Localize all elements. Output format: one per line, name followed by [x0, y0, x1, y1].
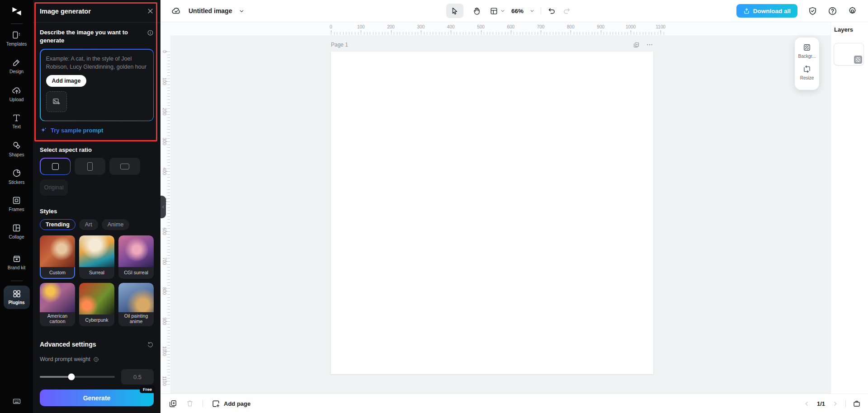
sidebar-item-text[interactable]: Text: [2, 108, 31, 135]
sidebar-item-plugins[interactable]: Plugins: [4, 286, 30, 309]
weight-value-input[interactable]: 0.5: [121, 369, 154, 385]
h-ruler-label: 100: [357, 24, 365, 29]
aspect-ratio-original-button[interactable]: Original: [40, 179, 68, 196]
weight-slider[interactable]: [40, 376, 115, 378]
download-all-button[interactable]: Download all: [736, 4, 797, 18]
prompt-textarea[interactable]: Example: A cat, in the style of Joel Rob…: [41, 50, 153, 121]
redo-icon: [562, 7, 571, 15]
resize-tool-button[interactable]: Resize: [800, 65, 814, 80]
add-image-tile[interactable]: [46, 91, 67, 112]
landscape-ratio-icon: [120, 164, 129, 169]
style-card-label: Cyberpunk: [79, 314, 114, 326]
aspect-ratio-landscape[interactable]: [109, 158, 140, 175]
h-ruler-label: 900: [597, 24, 604, 29]
image-generator-panel: Image generator Describe the image you w…: [33, 0, 160, 413]
prev-page-icon[interactable]: [803, 400, 810, 407]
undo-button[interactable]: [547, 7, 556, 15]
select-tool-button[interactable]: [446, 4, 463, 18]
aspect-ratio-portrait[interactable]: [75, 158, 105, 175]
duplicate-page-button[interactable]: [169, 399, 177, 408]
settings-gear-icon[interactable]: [848, 6, 857, 16]
sidebar-item-label: Plugins: [8, 300, 24, 305]
aspect-ratio-square[interactable]: [40, 158, 71, 175]
document-title[interactable]: Untitled image: [189, 7, 232, 14]
reset-icon[interactable]: [147, 341, 154, 348]
style-card-american-cartoon[interactable]: American cartoon: [40, 283, 75, 326]
redo-button[interactable]: [562, 7, 571, 15]
try-sample-prompt-link[interactable]: Try sample prompt: [40, 127, 154, 134]
background-tool-button[interactable]: Backgr...: [798, 43, 816, 59]
styles-tab-trending[interactable]: Trending: [40, 219, 75, 230]
styles-heading: Styles: [40, 208, 154, 215]
panel-collapse-handle[interactable]: [160, 196, 166, 218]
styles-tab-art[interactable]: Art: [79, 219, 98, 230]
info-icon[interactable]: [93, 357, 99, 362]
style-card-oil-painting-anime[interactable]: Oil painting anime: [118, 283, 154, 326]
chevron-down-icon[interactable]: [239, 9, 244, 14]
resize-icon: [802, 65, 811, 74]
aspect-ratio-heading: Select aspect ratio: [40, 146, 154, 153]
generate-button[interactable]: Generate: [40, 390, 154, 406]
zoom-chevron-icon[interactable]: [530, 9, 534, 13]
sidebar-item-upload[interactable]: Upload: [2, 80, 31, 108]
sidebar-item-label: Design: [9, 69, 24, 75]
ruler-ticks-minor: [331, 32, 665, 35]
sidebar-item-brand-kit[interactable]: Brand kit: [2, 245, 31, 279]
duplicate-page-icon[interactable]: [633, 42, 640, 48]
layer-thumbnail[interactable]: [834, 43, 864, 66]
cloud-save-icon[interactable]: [171, 6, 181, 16]
help-icon[interactable]: [828, 6, 837, 16]
style-thumbnail: [118, 283, 154, 312]
sidebar-item-design[interactable]: Design: [2, 52, 31, 80]
sidebar-item-templates[interactable]: Templates: [2, 25, 31, 52]
sidebar-item-label: Upload: [9, 97, 24, 103]
design-icon: [12, 58, 21, 67]
horizontal-ruler: 010020030040050060070080090010001100: [160, 22, 830, 35]
style-card-label: Oil painting anime: [118, 312, 154, 326]
brand-kit-icon: [12, 253, 22, 263]
try-sample-prompt-label: Try sample prompt: [51, 127, 103, 134]
style-card-cgi-surreal[interactable]: CGI surreal: [118, 235, 154, 279]
capcut-logo-icon[interactable]: [11, 1, 23, 22]
prompt-placeholder: Example: A cat, in the style of Joel Rob…: [46, 55, 148, 71]
style-card-label: CGI surreal: [118, 267, 154, 279]
floating-tools-card: Backgr... Resize: [795, 38, 819, 90]
add-page-button[interactable]: Add page: [212, 399, 250, 408]
delete-page-button[interactable]: [186, 399, 194, 408]
design-page[interactable]: [331, 52, 653, 374]
styles-tab-anime[interactable]: Anime: [102, 219, 129, 230]
sidebar-item-stickers[interactable]: Stickers: [2, 163, 31, 190]
canvas-area[interactable]: 010020030040050060070080090010001100 010…: [160, 22, 830, 394]
style-card-cyberpunk[interactable]: Cyberpunk: [79, 283, 114, 326]
style-card-custom[interactable]: Custom: [40, 235, 75, 279]
present-icon[interactable]: [853, 399, 861, 408]
privacy-shield-icon[interactable]: [808, 6, 817, 16]
style-thumbnail: [40, 235, 75, 267]
app-root: Templates Design Upload Text Shapes Stic…: [0, 0, 868, 413]
hand-icon: [472, 7, 481, 15]
bottom-toolbar: Add page 1/1: [160, 394, 868, 413]
layout-grid-button[interactable]: [490, 7, 505, 15]
upload-cloud-icon: [12, 85, 22, 95]
page-more-icon[interactable]: [646, 41, 653, 48]
sidebar-item-shapes[interactable]: Shapes: [2, 135, 31, 163]
slider-knob[interactable]: [68, 374, 75, 380]
advanced-settings-heading: Advanced settings: [40, 341, 96, 348]
next-page-icon[interactable]: [832, 400, 839, 407]
keyboard-shortcuts-icon[interactable]: [12, 397, 21, 406]
page-label[interactable]: Page 1: [331, 42, 348, 48]
close-icon[interactable]: [147, 8, 154, 14]
word-prompt-weight-label: Word prompt weight: [40, 356, 90, 362]
add-image-button[interactable]: Add image: [46, 75, 87, 87]
hand-tool-button[interactable]: [470, 4, 483, 18]
frames-icon: [12, 196, 21, 205]
style-card-surreal[interactable]: Surreal: [79, 235, 114, 279]
info-icon[interactable]: [147, 29, 154, 44]
sidebar-item-collage[interactable]: Collage: [2, 218, 31, 245]
background-icon: [802, 43, 811, 52]
zoom-level[interactable]: 66%: [511, 8, 524, 14]
plugins-icon: [12, 289, 21, 298]
style-thumbnail: [79, 283, 114, 314]
sidebar-item-frames[interactable]: Frames: [2, 190, 31, 218]
collage-icon: [12, 223, 21, 233]
